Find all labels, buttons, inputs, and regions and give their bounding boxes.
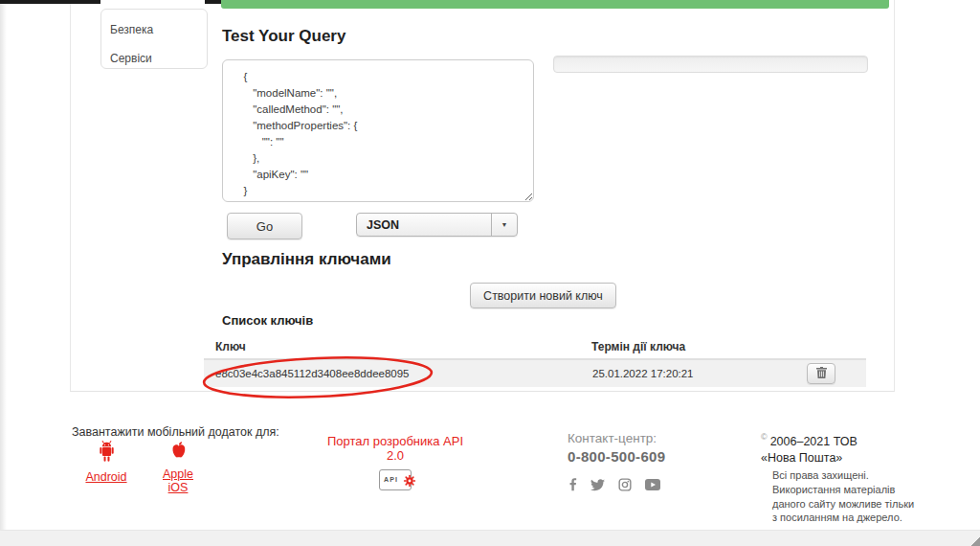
response-progress-bar [553,56,868,73]
api-badge-label: API [384,476,398,483]
ios-app-link[interactable]: Apple iOS [151,440,205,494]
column-header-key: Ключ [215,340,246,353]
delete-key-button[interactable] [807,363,835,384]
query-json-textarea[interactable] [222,59,534,202]
rights-line: з посиланням на джерело. [772,511,914,525]
page-left-shadow [0,0,7,530]
copyright-icon: © [761,432,768,442]
apple-icon [169,447,188,464]
social-links [569,478,660,491]
youtube-icon[interactable] [645,479,660,490]
sidebar-nav: Безпека Сервіси [100,9,208,69]
go-button[interactable]: Go [227,213,302,239]
format-dropdown[interactable]: JSON ▼ [356,213,518,237]
developer-portal-page: Безпека Сервіси Test Your Query Go JSON … [0,0,980,546]
rights-reserved-text: Всі права захищені. Використання матеріа… [772,468,914,525]
copyright-line: 2006–2021 ТОВ «Нова Пошта» [761,435,858,465]
chevron-down-icon[interactable]: ▼ [491,214,517,236]
twitter-icon[interactable] [590,479,605,491]
ios-label[interactable]: Apple iOS [151,467,205,494]
rights-line: даного сайту можливе тільки [772,497,914,512]
header-black-strip [0,0,100,4]
api-key-value: e8c03e4c3a845112d3408ee8ddee8095 [215,368,410,379]
instagram-icon[interactable] [618,478,632,491]
mobile-apps-label: Завантажити мобільний додаток для: [72,425,279,439]
android-app-link[interactable]: Android [82,440,130,484]
android-label[interactable]: Android [82,470,130,484]
green-panel-bar [221,0,889,9]
copyright-text: ©2006–2021 ТОВ «Нова Пошта» [761,429,890,466]
create-key-button[interactable]: Створити новий ключ [470,283,616,308]
trash-icon [816,367,827,381]
key-expiry-value: 25.01.2022 17:20:21 [592,368,694,379]
api-window-icon: API [379,469,412,490]
gear-icon [403,474,416,491]
contact-center-block: Контакт-центр: 0-800-500-609 [568,431,665,465]
portal-link-block: Портал розробника API 2.0 API [325,434,465,494]
facebook-icon[interactable] [569,478,577,491]
test-query-title: Test Your Query [222,27,345,46]
sidebar-item-services[interactable]: Сервіси [110,52,152,65]
rights-line: Всі права захищені. [772,468,914,483]
scroll-corner-mark [969,535,980,546]
bottom-band [0,530,980,546]
format-selected-value: JSON [357,214,491,236]
contact-phone: 0-800-500-609 [568,448,665,465]
header-black-strip [205,0,222,4]
rights-line: Використання матеріалів [772,483,914,497]
developer-portal-link[interactable]: Портал розробника API 2.0 [325,434,465,463]
key-list-title: Список ключів [222,313,313,328]
contact-center-label: Контакт-центр: [568,431,665,445]
table-row: e8c03e4c3a845112d3408ee8ddee8095 25.01.2… [204,360,866,387]
key-management-title: Управління ключами [222,250,391,269]
android-icon [96,450,118,466]
column-header-term: Термін дії ключа [591,340,685,353]
sidebar-item-security[interactable]: Безпека [110,23,153,36]
